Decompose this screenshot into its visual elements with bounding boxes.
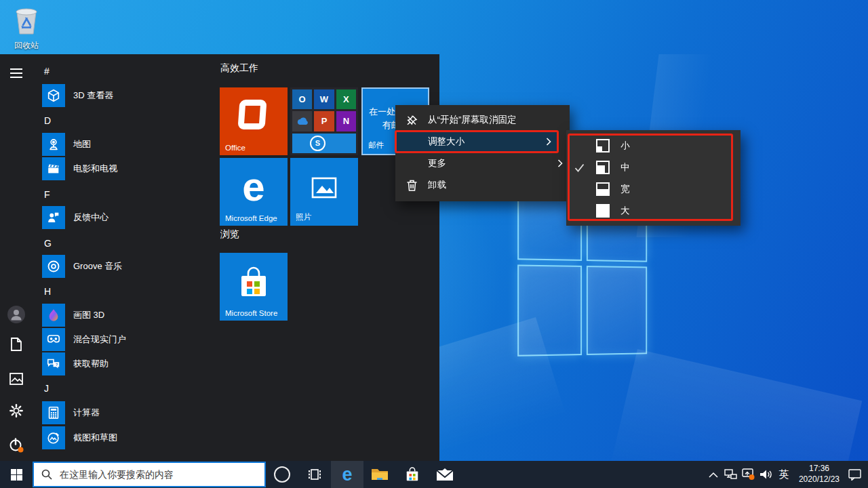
menu-item-resize[interactable]: 调整大小 <box>395 131 558 152</box>
cortana-button[interactable] <box>266 461 298 488</box>
onedrive-icon <box>292 111 312 131</box>
app-item-groove-music[interactable]: Groove 音乐 <box>42 255 208 278</box>
logo-pane <box>586 266 647 355</box>
user-avatar-icon <box>7 305 26 324</box>
submenu-chevron-icon <box>557 159 563 167</box>
group-title-browse[interactable]: 浏览 <box>220 228 239 241</box>
chevron-up-icon <box>709 472 718 478</box>
app-item-feedback-hub[interactable]: 反馈中心 <box>42 206 208 229</box>
app-list-header[interactable]: # <box>44 64 50 78</box>
checkmark-icon <box>566 163 592 172</box>
start-rail <box>0 54 33 461</box>
tile-office-apps-folder[interactable]: O W X P N S <box>290 87 358 155</box>
recycle-bin-icon <box>11 4 42 37</box>
submenu-chevron-icon <box>546 138 551 146</box>
power-icon <box>8 436 24 453</box>
size-option-large[interactable]: 大 <box>566 200 741 222</box>
system-tray: 英 17:36 2020/12/23 <box>705 461 868 488</box>
recycle-bin-desktop-icon[interactable]: 回收站 <box>5 4 47 52</box>
windows-logo-icon <box>11 469 22 481</box>
start-menu: # 3D 查看器 D 地图 电影和电视 <box>0 54 439 461</box>
hamburger-icon <box>10 68 22 78</box>
tile-photos[interactable]: 照片 <box>290 158 358 226</box>
app-list-header[interactable]: F <box>44 188 50 201</box>
tile-microsoft-edge[interactable]: e Microsoft Edge <box>220 158 288 226</box>
pictures-icon <box>9 373 23 385</box>
snip-sketch-icon <box>42 426 65 449</box>
size-option-wide[interactable]: 宽 <box>566 178 741 200</box>
app-item-3d-viewer[interactable]: 3D 查看器 <box>42 84 208 107</box>
mixed-reality-icon <box>42 328 65 351</box>
taskbar-clock[interactable]: 17:36 2020/12/23 <box>799 464 840 485</box>
size-large-icon <box>596 204 610 218</box>
logo-pane <box>517 264 581 357</box>
update-screen-icon <box>742 468 755 481</box>
app-list-header[interactable]: D <box>44 114 51 127</box>
app-item-mixed-reality-portal[interactable]: 混合现实门户 <box>42 328 208 351</box>
speaker-icon <box>760 469 772 480</box>
onenote-icon: N <box>336 111 356 131</box>
settings-button[interactable] <box>0 397 33 424</box>
search-input[interactable] <box>58 468 264 481</box>
paint-3d-icon <box>42 304 65 327</box>
network-tray-icon[interactable] <box>723 461 739 488</box>
recycle-bin-label: 回收站 <box>5 40 47 52</box>
documents-icon <box>10 338 22 351</box>
skype-icon: S <box>292 134 356 153</box>
menu-item-uninstall[interactable]: 卸载 <box>395 174 570 196</box>
tile-microsoft-store[interactable]: Microsoft Store <box>220 253 288 321</box>
volume-tray-icon[interactable] <box>758 461 774 488</box>
taskbar-mail-button[interactable] <box>429 461 461 488</box>
size-option-medium[interactable]: 中 <box>566 157 741 178</box>
app-item-calculator[interactable]: 计算器 <box>42 401 208 424</box>
outlook-icon: O <box>292 89 312 109</box>
store-icon <box>237 265 270 300</box>
taskbar-search-box[interactable] <box>33 462 266 487</box>
app-list-header[interactable]: J <box>44 382 49 395</box>
app-list-header[interactable]: G <box>44 237 52 250</box>
group-title-productivity[interactable]: 高效工作 <box>220 62 258 75</box>
taskbar-edge-button[interactable]: e <box>331 461 363 488</box>
documents-button[interactable] <box>0 331 33 358</box>
word-icon: W <box>314 89 334 109</box>
tile-office[interactable]: Office <box>220 87 288 155</box>
taskbar-store-button[interactable] <box>396 461 429 488</box>
excel-icon: X <box>336 89 356 109</box>
feedback-hub-icon <box>42 206 65 229</box>
app-list-header[interactable]: H <box>44 285 51 298</box>
menu-item-unpin-from-start[interactable]: 从“开始”屏幕取消固定 <box>395 109 570 131</box>
task-view-button[interactable] <box>298 461 331 488</box>
expand-menu-button[interactable] <box>0 60 33 87</box>
groove-music-icon <box>42 255 65 278</box>
file-explorer-icon <box>371 467 389 482</box>
app-item-snip-sketch[interactable]: 截图和草图 <box>42 426 208 449</box>
app-item-paint-3d[interactable]: 画图 3D <box>42 304 208 327</box>
app-item-maps[interactable]: 地图 <box>42 133 208 156</box>
store-icon <box>405 466 420 483</box>
edge-icon: e <box>342 466 352 484</box>
mail-icon <box>436 468 454 481</box>
menu-item-more[interactable]: 更多 <box>395 152 570 174</box>
pictures-button[interactable] <box>0 365 33 392</box>
powerpoint-icon: P <box>314 111 334 131</box>
app-item-movies-tv[interactable]: 电影和电视 <box>42 157 208 180</box>
size-small-icon <box>596 139 610 152</box>
unpin-icon <box>405 115 418 126</box>
photos-icon <box>311 174 338 201</box>
size-medium-icon <box>596 161 610 174</box>
start-button[interactable] <box>0 461 33 488</box>
action-center-button[interactable] <box>846 461 863 488</box>
update-tray-icon[interactable] <box>741 461 757 488</box>
maps-icon <box>42 133 65 156</box>
ime-indicator[interactable]: 英 <box>776 461 792 488</box>
taskbar: e <box>0 461 868 488</box>
app-item-get-help[interactable]: ? 获取帮助 <box>42 352 208 375</box>
resize-submenu: 小 中 宽 大 <box>566 130 741 226</box>
taskbar-file-explorer-button[interactable] <box>363 461 396 488</box>
power-button[interactable] <box>0 431 33 458</box>
edge-logo-icon: e <box>220 163 288 210</box>
hidden-icons-button[interactable] <box>705 461 722 488</box>
size-option-small[interactable]: 小 <box>566 135 741 157</box>
user-account-button[interactable] <box>0 301 33 328</box>
start-app-list: # 3D 查看器 D 地图 电影和电视 <box>38 54 209 461</box>
